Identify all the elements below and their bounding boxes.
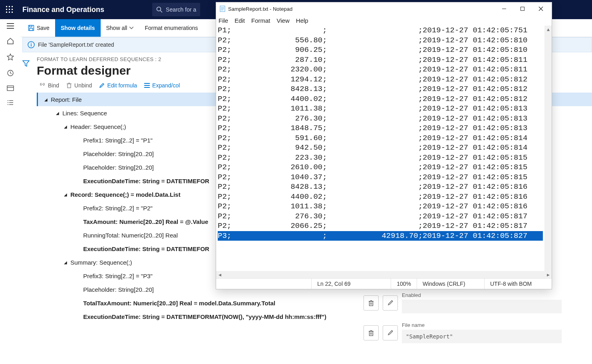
menu-file[interactable]: File (219, 17, 228, 24)
svg-rect-51 (521, 7, 524, 11)
expand-collapse-label: Expand/col (152, 82, 180, 89)
svg-rect-7 (9, 12, 10, 13)
status-encoding: UTF-8 with BOM (484, 279, 552, 289)
svg-rect-41 (370, 331, 373, 336)
search-icon (156, 6, 163, 13)
notepad-icon (219, 6, 226, 12)
maximize-button[interactable] (513, 3, 532, 15)
hamburger-icon[interactable] (7, 23, 14, 29)
home-icon[interactable] (7, 38, 14, 45)
menu-edit[interactable]: Edit (234, 17, 245, 24)
svg-rect-36 (370, 301, 373, 306)
menu-format[interactable]: Format (251, 17, 270, 24)
info-icon (28, 41, 35, 48)
left-nav-rail (0, 19, 21, 364)
notepad-titlebar[interactable]: SampleReport.txt - Notepad (216, 2, 552, 15)
edit-enabled-button[interactable] (383, 295, 398, 311)
save-button[interactable]: Save (22, 19, 55, 37)
save-label: Save (37, 25, 50, 31)
notepad-menubar: FileEditFormatViewHelp (216, 15, 552, 26)
svg-rect-4 (9, 9, 10, 10)
text-line: P2; 1040.37; ;2019-12-27 01:42:05:815 (218, 172, 543, 182)
caret-icon[interactable]: ◢ (54, 111, 61, 115)
caret-icon[interactable]: ◢ (62, 260, 69, 265)
status-zoom: 100% (391, 279, 417, 289)
text-line: P2; 287.10; ;2019-12-27 01:42:05:811 (218, 55, 543, 65)
chevron-down-icon (129, 27, 133, 29)
text-line: P2; 906.25; ;2019-12-27 01:42:05:810 (218, 45, 543, 55)
format-enumerations-button[interactable]: Format enumerations (139, 19, 203, 37)
svg-rect-3 (6, 9, 7, 10)
caret-icon[interactable]: ◢ (43, 97, 49, 102)
close-button[interactable] (532, 3, 550, 15)
tree-node-label: RunningTotal: Numeric[20..20] Real (81, 232, 178, 239)
text-line: P2; 2610.00; ;2019-12-27 01:42:05:815 (218, 162, 543, 172)
text-line: P2; 1011.38; ;2019-12-27 01:42:05:816 (218, 202, 543, 212)
expand-collapse-button[interactable]: Expand/col (144, 82, 180, 89)
show-details-button[interactable]: Show details (55, 19, 101, 37)
workspaces-icon[interactable] (7, 85, 14, 91)
show-all-label: Show all (106, 25, 127, 31)
scroll-up-icon[interactable]: ▴ (544, 26, 552, 33)
tree-node-label: Prefix1: String[2..2] = "P1" (81, 137, 153, 144)
filter-icon[interactable] (22, 60, 37, 67)
waffle-icon[interactable] (0, 0, 19, 19)
svg-rect-35 (144, 87, 150, 88)
caret-icon[interactable]: ◢ (62, 125, 69, 129)
svg-rect-28 (31, 44, 32, 47)
notepad-vscrollbar[interactable]: ▴ (544, 26, 552, 271)
menu-help[interactable]: Help (296, 17, 308, 24)
scroll-left-icon[interactable]: ◂ (216, 271, 223, 278)
tree-node-label: ExecutionDateTime: String = DATETIMEFOR (81, 178, 209, 184)
svg-rect-34 (144, 85, 150, 86)
unbind-button[interactable]: Unbind (66, 82, 92, 89)
bind-button[interactable]: Bind (39, 82, 59, 89)
text-line: P2; 591.60; ;2019-12-27 01:42:05:814 (218, 133, 543, 143)
tree-node-label: Placeholder: String[20..20] (81, 286, 154, 293)
format-enumerations-label: Format enumerations (145, 25, 198, 31)
tree-node-label: ExecutionDateTime: String = DATETIMEFORM… (81, 313, 326, 320)
show-all-button[interactable]: Show all (101, 19, 139, 37)
global-search[interactable]: Search for a (152, 3, 200, 16)
text-line: P2; 4400.02; ;2019-12-27 01:42:05:812 (218, 94, 543, 104)
enabled-label: Enabled (402, 292, 562, 298)
minimize-button[interactable] (495, 3, 513, 15)
enabled-field[interactable] (402, 300, 562, 313)
filename-label: File name (402, 322, 562, 328)
svg-point-9 (157, 7, 161, 11)
text-line: P1; ; ;2019-12-27 01:42:05:751 (218, 26, 543, 36)
edit-filename-button[interactable] (383, 325, 398, 340)
svg-rect-2 (12, 6, 13, 7)
text-line: P2; 1011.38; ;2019-12-27 01:42:05:813 (218, 104, 543, 114)
delete-enabled-button[interactable] (364, 295, 379, 311)
tree-node-label: Prefix3: String[2..2] = "P3" (81, 273, 153, 279)
star-icon[interactable] (7, 53, 14, 61)
filename-field[interactable]: "SampleReport" (402, 330, 562, 343)
text-line: P3; ; 42918.70;2019-12-27 01:42:05:827 (218, 231, 543, 241)
notepad-text-area[interactable]: P1; ; ;2019-12-27 01:42:05:751P2; 556.80… (216, 26, 544, 271)
svg-rect-33 (144, 83, 150, 84)
text-line: P2; 276.30; ;2019-12-27 01:42:05:817 (218, 212, 543, 222)
text-line: P2; 223.30; ;2019-12-27 01:42:05:815 (218, 153, 543, 163)
caret-icon[interactable]: ◢ (62, 192, 69, 197)
tree-node-label: Placeholder: String[20..20] (81, 164, 154, 171)
text-line: P2; 276.30; ;2019-12-27 01:42:05:813 (218, 114, 543, 124)
link-icon (39, 83, 46, 88)
trash-icon (66, 83, 72, 88)
recent-icon[interactable] (7, 69, 14, 77)
tree-node-label: Summary: Sequence(;) (69, 259, 132, 266)
scroll-right-icon[interactable]: ▸ (544, 271, 552, 278)
properties-panel: Enabled File name "SampleReport" (364, 292, 587, 352)
search-placeholder: Search for a (166, 6, 196, 13)
modules-icon[interactable] (7, 100, 14, 105)
edit-formula-button[interactable]: Edit formula (99, 82, 137, 89)
notepad-hscrollbar[interactable]: ◂ ▸ (216, 271, 552, 278)
menu-view[interactable]: View (277, 17, 290, 24)
svg-rect-0 (6, 6, 7, 7)
show-details-label: Show details (61, 25, 95, 31)
text-line: P2; 1294.12; ;2019-12-27 01:42:05:812 (218, 75, 543, 85)
svg-rect-25 (30, 28, 33, 31)
pencil-icon (99, 83, 105, 88)
delete-filename-button[interactable] (364, 325, 379, 340)
svg-point-27 (31, 43, 32, 44)
